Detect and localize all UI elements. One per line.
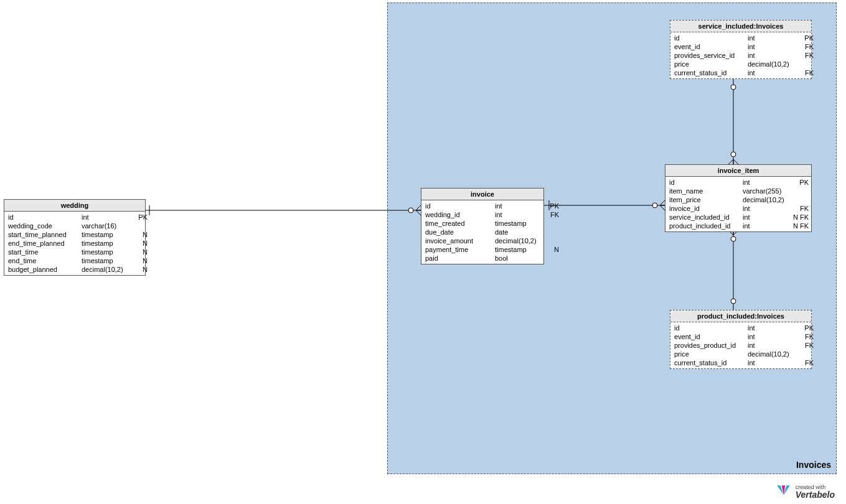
col-key: PK: [542, 202, 559, 210]
col-type: timestamp: [82, 248, 130, 256]
entity-title: service_included:Invoices: [670, 21, 811, 32]
entity-row: provides_service_idintFK: [674, 51, 807, 60]
col-name: time_created: [425, 219, 495, 228]
col-key: [542, 236, 559, 245]
col-type: int: [743, 213, 791, 222]
entity-title: product_included:Invoices: [670, 310, 811, 322]
entity-row: product_included_idintN FK: [669, 222, 807, 230]
entity-row: item_pricedecimal(10,2): [669, 195, 807, 204]
entity-body: idintPKevent_idintFKprovides_product_idi…: [670, 322, 811, 368]
entity-row: start_timetimestampN: [8, 248, 141, 256]
entity-row: pricedecimal(10,2): [674, 60, 807, 68]
entity-row: idintPK: [8, 213, 141, 222]
col-type: int: [748, 358, 796, 367]
col-key: FK: [796, 51, 814, 60]
col-name: start_time: [8, 248, 82, 256]
col-key: PK: [796, 324, 814, 332]
col-key: FK: [796, 68, 814, 77]
entity-row: idintPK: [674, 324, 807, 332]
entity-body: idintPKwedding_codevarchar(16)start_time…: [4, 212, 145, 275]
col-type: int: [82, 213, 130, 222]
entity-row: event_idintFK: [674, 332, 807, 341]
entity-title: wedding: [4, 200, 145, 212]
col-type: decimal(10,2): [748, 350, 796, 358]
col-type: varchar(255): [743, 187, 791, 195]
col-type: int: [743, 222, 791, 230]
col-type: timestamp: [82, 256, 130, 265]
entity-row: provides_product_idintFK: [674, 341, 807, 350]
col-type: decimal(10,2): [748, 60, 796, 68]
col-type: int: [748, 42, 796, 51]
col-name: item_price: [669, 195, 743, 204]
col-name: price: [674, 60, 748, 68]
col-key: PK: [130, 213, 148, 222]
col-key: [130, 222, 148, 230]
col-key: PK: [796, 34, 814, 42]
col-type: timestamp: [495, 219, 542, 228]
entity-body: idintPKevent_idintFKprovides_service_idi…: [670, 32, 811, 78]
entity-row: idintPK: [669, 178, 807, 187]
entity-row: paidbool: [425, 254, 540, 263]
col-type: decimal(10,2): [495, 236, 542, 245]
col-type: date: [495, 228, 542, 236]
col-type: int: [748, 332, 796, 341]
col-name: price: [674, 350, 748, 358]
col-key: [796, 350, 814, 358]
vertabelo-icon: [776, 483, 792, 499]
entity-row: idintPK: [425, 202, 540, 210]
col-name: wedding_code: [8, 222, 82, 230]
entity-row: start_time_plannedtimestampN: [8, 230, 141, 239]
col-type: varchar(16): [82, 222, 130, 230]
entity-row: budget_planneddecimal(10,2)N: [8, 265, 141, 274]
col-name: invoice_id: [669, 204, 743, 213]
col-key: N: [130, 265, 148, 274]
col-key: [542, 228, 559, 236]
col-type: int: [495, 210, 542, 219]
entity-wedding[interactable]: wedding idintPKwedding_codevarchar(16)st…: [4, 199, 146, 276]
entity-body: idintPKwedding_idintFKtime_createdtimest…: [421, 200, 543, 264]
col-type: int: [743, 204, 791, 213]
col-type: int: [748, 34, 796, 42]
col-key: [542, 254, 559, 263]
col-name: wedding_id: [425, 210, 495, 219]
col-key: N: [130, 239, 148, 248]
entity-service-included[interactable]: service_included:Invoices idintPKevent_i…: [670, 20, 812, 79]
entity-row: current_status_idintFK: [674, 358, 807, 367]
entity-row: due_datedate: [425, 228, 540, 236]
col-name: id: [425, 202, 495, 210]
entity-row: end_time_plannedtimestampN: [8, 239, 141, 248]
col-key: FK: [796, 358, 814, 367]
col-type: timestamp: [495, 245, 542, 254]
col-name: provides_service_id: [674, 51, 748, 60]
col-type: int: [743, 178, 791, 187]
entity-invoice[interactable]: invoice idintPKwedding_idintFKtime_creat…: [421, 188, 544, 264]
entity-row: wedding_idintFK: [425, 210, 540, 219]
col-key: FK: [791, 204, 809, 213]
col-name: event_id: [674, 332, 748, 341]
col-name: id: [674, 324, 748, 332]
col-name: service_included_id: [669, 213, 743, 222]
col-key: [791, 187, 809, 195]
col-name: id: [8, 213, 82, 222]
entity-product-included[interactable]: product_included:Invoices idintPKevent_i…: [670, 310, 812, 369]
col-type: int: [748, 324, 796, 332]
col-type: int: [748, 51, 796, 60]
col-key: N: [130, 248, 148, 256]
col-key: FK: [796, 341, 814, 350]
col-key: [791, 195, 809, 204]
col-key: N: [130, 230, 148, 239]
col-name: id: [674, 34, 748, 42]
col-name: start_time_planned: [8, 230, 82, 239]
entity-title: invoice_item: [665, 165, 811, 177]
col-key: N: [130, 256, 148, 265]
entity-row: current_status_idintFK: [674, 68, 807, 77]
col-name: payment_time: [425, 245, 495, 254]
entity-title: invoice: [421, 189, 543, 200]
col-name: budget_planned: [8, 265, 82, 274]
col-name: id: [669, 178, 743, 187]
col-name: end_time: [8, 256, 82, 265]
col-name: item_name: [669, 187, 743, 195]
col-name: provides_product_id: [674, 341, 748, 350]
entity-invoice-item[interactable]: invoice_item idintPKitem_namevarchar(255…: [665, 164, 812, 232]
entity-row: wedding_codevarchar(16): [8, 222, 141, 230]
